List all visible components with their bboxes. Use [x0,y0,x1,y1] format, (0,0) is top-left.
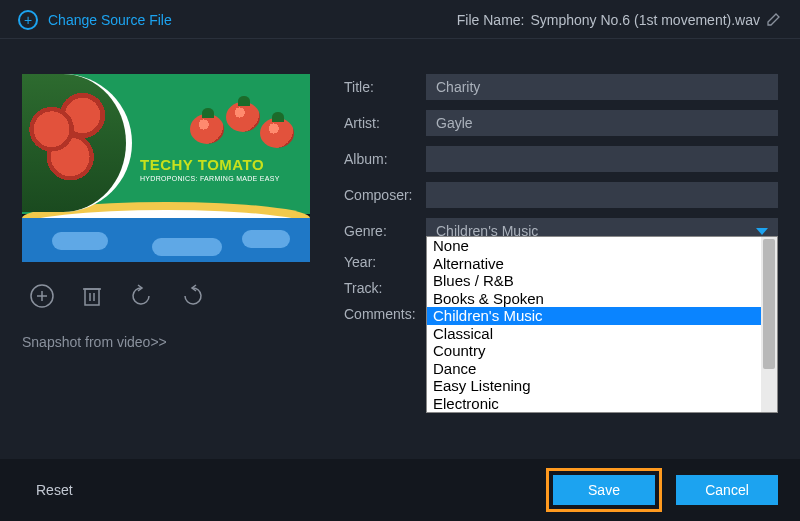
comments-label: Comments: [344,306,426,322]
delete-artwork-button[interactable] [78,282,106,310]
artist-label: Artist: [344,115,426,131]
genre-option[interactable]: Children's Music [427,307,777,325]
plus-circle-icon: + [18,10,38,30]
artwork-preview[interactable]: TECHY TOMATO HYDROPONICS: FARMING MADE E… [22,74,310,262]
reset-button[interactable]: Reset [22,476,87,504]
artwork-title: TECHY TOMATO [140,156,280,173]
genre-option[interactable]: None [427,237,777,255]
genre-option[interactable]: Classical [427,325,777,343]
album-input[interactable] [426,146,778,172]
change-source-label: Change Source File [48,12,172,28]
snapshot-from-video-link[interactable]: Snapshot from video>> [22,334,310,350]
artwork-subtitle: HYDROPONICS: FARMING MADE EASY [140,175,280,182]
save-highlight: Save [546,468,662,512]
file-name-label: File Name: [457,12,525,28]
title-input[interactable] [426,74,778,100]
header-bar: + Change Source File File Name: Symphony… [0,0,800,39]
dropdown-scrollbar[interactable] [761,237,777,412]
genre-option[interactable]: Books & Spoken [427,290,777,308]
change-source-button[interactable]: + Change Source File [18,10,172,30]
genre-option[interactable]: Electronic [427,395,777,413]
genre-option[interactable]: Country [427,342,777,360]
title-label: Title: [344,79,426,95]
svg-rect-3 [85,289,99,305]
footer-bar: Reset Save Cancel [0,459,800,521]
track-label: Track: [344,280,426,296]
file-name-display: File Name: Symphony No.6 (1st movement).… [457,11,782,30]
composer-input[interactable] [426,182,778,208]
edit-filename-icon[interactable] [766,11,782,30]
scrollbar-thumb[interactable] [763,239,775,369]
genre-dropdown[interactable]: NoneAlternativeBlues / R&BBooks & Spoken… [426,236,778,413]
save-button[interactable]: Save [553,475,655,505]
year-label: Year: [344,254,426,270]
add-artwork-button[interactable] [28,282,56,310]
cancel-button[interactable]: Cancel [676,475,778,505]
rotate-right-button[interactable] [178,282,206,310]
composer-label: Composer: [344,187,426,203]
genre-option[interactable]: Easy Listening [427,377,777,395]
rotate-left-button[interactable] [128,282,156,310]
album-label: Album: [344,151,426,167]
file-name-value: Symphony No.6 (1st movement).wav [530,12,760,28]
genre-label: Genre: [344,223,426,239]
genre-option[interactable]: Alternative [427,255,777,273]
artist-input[interactable] [426,110,778,136]
chevron-down-icon [756,228,768,235]
genre-option[interactable]: Blues / R&B [427,272,777,290]
genre-option[interactable]: Dance [427,360,777,378]
